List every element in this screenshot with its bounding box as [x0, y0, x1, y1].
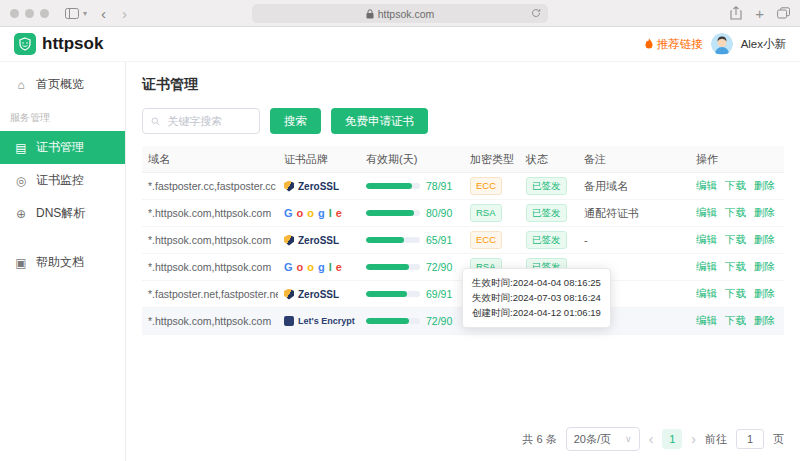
note-cell: 备用域名 — [578, 179, 690, 194]
current-page-button[interactable]: 1 — [662, 429, 682, 449]
user-name[interactable]: Alex小新 — [741, 37, 786, 52]
page-title: 证书管理 — [142, 76, 784, 94]
google-logo: Google — [278, 261, 360, 273]
delete-link[interactable]: 删除 — [754, 179, 775, 191]
google-letter: e — [336, 207, 342, 219]
column-header-brand: 证书品牌 — [278, 152, 360, 167]
tooltip-effective-time: 生效时间:2024-04-04 08:16:25 — [472, 275, 601, 290]
validity-cell: 69/91 — [360, 288, 464, 300]
promo-link[interactable]: 推荐链接 — [644, 37, 703, 52]
monitor-icon: ◎ — [14, 174, 28, 188]
close-window-button[interactable] — [10, 9, 19, 18]
edit-link[interactable]: 编辑 — [696, 179, 717, 191]
forward-button[interactable]: › — [122, 6, 127, 21]
validity-cell: 65/91 — [360, 234, 464, 246]
column-header-note: 备注 — [578, 152, 690, 167]
download-link[interactable]: 下载 — [725, 233, 746, 245]
sidebar-item-label: 证书管理 — [36, 139, 84, 156]
letsencrypt-icon — [284, 316, 294, 326]
minimize-window-button[interactable] — [25, 9, 34, 18]
status-cell: 已签发 — [520, 231, 578, 248]
goto-page-input[interactable] — [736, 429, 764, 449]
download-link[interactable]: 下载 — [725, 314, 746, 326]
table-row: *.httpsok.com,httpsok.comZeroSSL65/91ECC… — [142, 227, 784, 254]
download-link[interactable]: 下载 — [725, 260, 746, 272]
brand-name-text: ZeroSSL — [298, 289, 339, 300]
note-cell: - — [578, 234, 690, 246]
google-letter: l — [329, 261, 332, 273]
sidebar-item-cert-monitor[interactable]: ◎ 证书监控 — [0, 164, 125, 197]
dns-icon: ⊕ — [14, 207, 28, 221]
domain-cell: *.httpsok.com,httpsok.com — [142, 261, 278, 273]
validity-progress — [366, 264, 420, 270]
sidebar-toggle-icon[interactable] — [65, 8, 79, 19]
zerossl-icon — [284, 181, 294, 192]
app-header: httpsok 推荐链接 Alex小新 — [0, 27, 800, 62]
avatar[interactable] — [711, 33, 733, 55]
brand-name-text: Let's Encrypt — [298, 316, 355, 326]
validity-progress-fill — [366, 291, 407, 297]
validity-progress-fill — [366, 183, 412, 189]
chevron-down-icon: ∨ — [625, 434, 632, 444]
sidebar-item-help-docs[interactable]: ▣ 帮助文档 — [0, 246, 125, 279]
delete-link[interactable]: 删除 — [754, 206, 775, 218]
delete-link[interactable]: 删除 — [754, 233, 775, 245]
sidebar-item-overview[interactable]: ⌂ 首页概览 — [0, 68, 125, 101]
promo-link-label: 推荐链接 — [657, 37, 703, 52]
new-tab-button[interactable]: + — [755, 6, 764, 21]
sidebar-item-cert-manage[interactable]: ▤ 证书管理 — [0, 131, 125, 164]
main-content: 证书管理 搜索 免费申请证书 域名 证书品牌 有效期(天) 加密类型 状态 备注… — [126, 62, 800, 461]
sidebar-item-label: 证书监控 — [36, 172, 84, 189]
zoom-window-button[interactable] — [40, 9, 49, 18]
column-header-status: 状态 — [520, 152, 578, 167]
edit-link[interactable]: 编辑 — [696, 260, 717, 272]
sidebar-section-services: 服务管理 — [0, 101, 125, 131]
page-size-select[interactable]: 20条/页 ∨ — [566, 427, 640, 451]
search-icon — [151, 116, 160, 127]
validity-progress-fill — [366, 264, 409, 270]
validity-text: 72/90 — [426, 315, 452, 327]
table-row: *.httpsok.com,httpsok.comGoogle80/90RSA已… — [142, 200, 784, 227]
sidebar-item-dns[interactable]: ⊕ DNS解析 — [0, 197, 125, 230]
download-link[interactable]: 下载 — [725, 287, 746, 299]
delete-link[interactable]: 删除 — [754, 260, 775, 272]
prev-page-button[interactable]: ‹ — [649, 432, 654, 446]
edit-link[interactable]: 编辑 — [696, 287, 717, 299]
edit-link[interactable]: 编辑 — [696, 314, 717, 326]
app-logo[interactable]: httpsok — [14, 33, 103, 55]
edit-link[interactable]: 编辑 — [696, 206, 717, 218]
search-input[interactable] — [165, 114, 251, 128]
total-count: 共 6 条 — [522, 432, 556, 447]
column-header-encryption: 加密类型 — [464, 152, 520, 167]
download-link[interactable]: 下载 — [725, 179, 746, 191]
tabs-icon[interactable] — [777, 7, 790, 19]
tooltip-created-time: 创建时间:2024-04-12 01:06:19 — [472, 305, 601, 320]
validity-cell: 78/91 — [360, 180, 464, 192]
google-letter: e — [336, 261, 342, 273]
delete-link[interactable]: 删除 — [754, 314, 775, 326]
brand-cell: ZeroSSL — [278, 181, 360, 192]
address-bar[interactable]: httpsok.com — [252, 4, 548, 23]
table-header: 域名 证书品牌 有效期(天) 加密类型 状态 备注 操作 — [142, 146, 784, 173]
chrome-actions: + — [730, 6, 790, 21]
validity-progress-fill — [366, 210, 414, 216]
chevron-down-icon[interactable]: ▾ — [83, 9, 87, 18]
validity-text: 65/91 — [426, 234, 452, 246]
zerossl-icon — [284, 235, 294, 246]
edit-link[interactable]: 编辑 — [696, 233, 717, 245]
encryption-type-tag: ECC — [470, 177, 502, 194]
search-button[interactable]: 搜索 — [270, 108, 321, 134]
validity-cell: 72/90 — [360, 315, 464, 327]
validity-progress — [366, 237, 420, 243]
next-page-button[interactable]: › — [691, 432, 696, 446]
back-button[interactable]: ‹ — [101, 6, 106, 21]
apply-cert-button[interactable]: 免费申请证书 — [331, 108, 428, 134]
google-logo: Google — [278, 207, 360, 219]
validity-cell: 72/90 — [360, 261, 464, 273]
encryption-type-tag: RSA — [470, 204, 502, 221]
delete-link[interactable]: 删除 — [754, 287, 775, 299]
download-link[interactable]: 下载 — [725, 206, 746, 218]
share-icon[interactable] — [730, 6, 742, 20]
certificate-icon: ▤ — [14, 141, 28, 155]
refresh-icon[interactable] — [531, 8, 541, 18]
